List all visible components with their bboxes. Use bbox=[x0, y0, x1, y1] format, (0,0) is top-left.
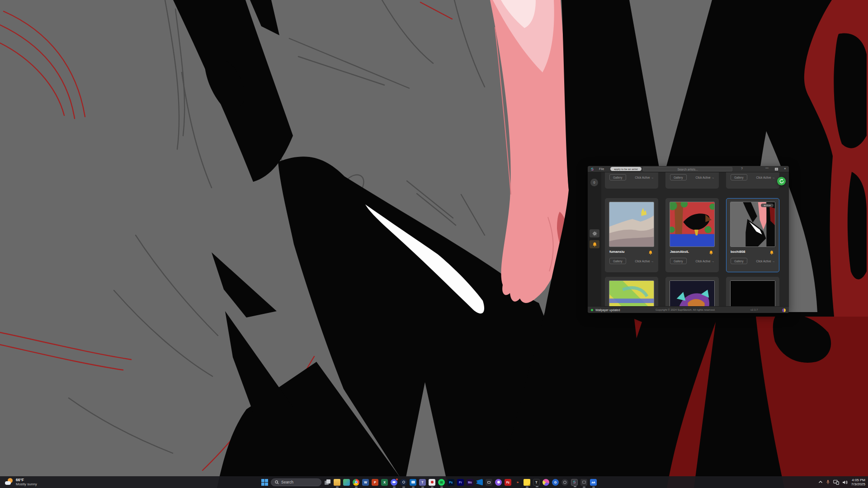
artist-grid: Gallery Click Active → Gallery Click Act… bbox=[601, 172, 789, 306]
taskbar: 66°F Mostly sunny Search W P X T Ps Pr M… bbox=[0, 476, 868, 488]
bell-icon[interactable] bbox=[709, 249, 713, 257]
spotify-icon[interactable] bbox=[438, 479, 445, 486]
click-active-link[interactable]: Click Active → bbox=[756, 176, 775, 179]
window-titlebar[interactable]: S File apply to be an artist Search arti… bbox=[588, 166, 789, 172]
artist-card[interactable]: Gallery Click Active → bbox=[726, 172, 779, 189]
refresh-icon bbox=[779, 179, 784, 184]
artwork-thumbnail bbox=[609, 202, 654, 247]
arrows-app-icon[interactable]: » bbox=[514, 479, 521, 486]
artist-card[interactable] bbox=[665, 277, 719, 306]
copyright-text: Copyright © 2024 SuprSketch. All rights … bbox=[656, 308, 715, 311]
artist-card-jasonaksil[interactable]: JasonAksiL Gallery Click Active → bbox=[665, 198, 719, 272]
bell-icon[interactable] bbox=[769, 249, 774, 257]
capture-app-icon[interactable] bbox=[486, 479, 492, 486]
artist-name: JasonAksiL bbox=[670, 250, 689, 254]
artwork-thumbnail bbox=[670, 202, 715, 247]
tray-time: 4:05 PM bbox=[851, 478, 865, 483]
apply-artist-button[interactable]: apply to be an artist bbox=[610, 167, 641, 171]
tray-clock[interactable]: 4:05 PM 7/3/2025 bbox=[851, 478, 865, 487]
artist-card-fumansiu[interactable]: fumansiu Gallery Click Active → bbox=[605, 198, 658, 272]
click-active-link[interactable]: Click Active → bbox=[695, 260, 714, 263]
weather-temp: 66°F bbox=[16, 478, 37, 482]
file-menu[interactable]: File bbox=[599, 167, 604, 171]
powerpoint-icon[interactable]: P bbox=[372, 479, 378, 486]
task-view-icon[interactable] bbox=[324, 479, 331, 486]
notification-count-badge: 0 bbox=[590, 179, 598, 186]
notification-dot bbox=[396, 478, 398, 481]
artist-name: bochi808 bbox=[731, 250, 745, 254]
chrome-icon[interactable] bbox=[353, 479, 359, 486]
teams-icon[interactable]: T bbox=[419, 479, 426, 486]
taskbar-search[interactable]: Search bbox=[271, 479, 321, 486]
theme-toggle[interactable] bbox=[782, 308, 786, 312]
notifications-button[interactable] bbox=[590, 240, 599, 248]
photos-icon[interactable] bbox=[343, 479, 350, 486]
artist-card[interactable] bbox=[726, 277, 779, 306]
terminal-t-icon[interactable]: T bbox=[533, 479, 540, 486]
sticky-notes-icon[interactable] bbox=[524, 479, 530, 486]
discord-icon[interactable] bbox=[391, 479, 397, 486]
settings-button[interactable] bbox=[590, 229, 599, 237]
outlook-icon[interactable] bbox=[410, 479, 416, 486]
artist-card[interactable]: Gallery Click Active → bbox=[605, 172, 658, 189]
artist-card[interactable]: Gallery Click Active → bbox=[665, 172, 719, 189]
search-artists-input[interactable]: Search artists... bbox=[643, 167, 732, 171]
steam-icon[interactable] bbox=[400, 479, 407, 486]
artist-card-bochi808[interactable]: active bochi808 Gallery Click Active → bbox=[726, 198, 779, 272]
search-icon bbox=[275, 480, 279, 484]
snipping-tool-icon[interactable] bbox=[429, 479, 435, 486]
artist-name: fumansiu bbox=[609, 250, 624, 254]
minimize-button[interactable]: — bbox=[765, 166, 769, 169]
gear-icon bbox=[592, 231, 597, 236]
active-badge: active bbox=[761, 204, 774, 207]
bell-icon[interactable] bbox=[648, 249, 653, 257]
gallery-button[interactable]: Gallery bbox=[609, 258, 626, 264]
clock-app-icon[interactable] bbox=[561, 479, 568, 486]
version-text: v2.3.7 bbox=[750, 308, 758, 311]
media-encoder-icon[interactable]: Me bbox=[467, 479, 473, 486]
tray-chevron-icon[interactable] bbox=[818, 480, 823, 484]
artwork-thumbnail: active bbox=[730, 202, 775, 247]
artwork-thumbnail bbox=[730, 280, 775, 306]
bell-icon bbox=[592, 242, 597, 247]
gog-galaxy-icon[interactable]: G bbox=[552, 479, 559, 486]
artwork-thumbnail bbox=[609, 280, 654, 306]
suprsketch-icon[interactable]: S bbox=[571, 479, 578, 486]
help-button[interactable]: ? bbox=[741, 167, 743, 170]
weather-condition: Mostly sunny bbox=[16, 482, 37, 486]
click-active-link[interactable]: Click Active → bbox=[635, 260, 654, 263]
vscode-icon[interactable] bbox=[476, 479, 483, 486]
premiere-icon[interactable]: Pr bbox=[457, 479, 464, 486]
close-button[interactable]: × bbox=[784, 166, 786, 171]
photoshop-icon[interactable]: Ps bbox=[448, 479, 454, 486]
excel-icon[interactable]: X bbox=[381, 479, 388, 486]
gallery-button[interactable]: Gallery bbox=[670, 174, 687, 180]
filezilla-icon[interactable]: Fz bbox=[505, 479, 511, 486]
gallery-button[interactable]: Gallery bbox=[731, 174, 747, 180]
network-display-icon[interactable] bbox=[833, 480, 839, 485]
word-icon[interactable]: W bbox=[362, 479, 369, 486]
status-message: Wallpaper updated bbox=[595, 308, 620, 312]
tray-date: 7/3/2025 bbox=[851, 482, 865, 487]
speaker-icon[interactable] bbox=[842, 480, 848, 485]
window-sidebar: 0 bbox=[588, 172, 601, 306]
search-label: Search bbox=[281, 480, 293, 484]
github-desktop-icon[interactable] bbox=[495, 479, 502, 486]
paint-app-icon[interactable] bbox=[542, 479, 549, 486]
gallery-button[interactable]: Gallery bbox=[670, 258, 687, 264]
click-active-link[interactable]: Click Active → bbox=[695, 176, 714, 179]
click-active-link[interactable]: Click Active → bbox=[756, 260, 775, 263]
microphone-icon[interactable] bbox=[826, 479, 830, 485]
gallery-button[interactable]: Gallery bbox=[609, 174, 626, 180]
vm-app-icon[interactable] bbox=[580, 479, 587, 486]
artist-card[interactable] bbox=[605, 277, 658, 306]
image-viewer-icon[interactable] bbox=[590, 479, 597, 486]
click-active-link[interactable]: Click Active → bbox=[635, 176, 654, 179]
refresh-button[interactable] bbox=[777, 177, 786, 185]
gallery-button[interactable]: Gallery bbox=[731, 258, 747, 264]
maximize-button[interactable] bbox=[775, 168, 778, 171]
weather-widget[interactable]: 66°F Mostly sunny bbox=[5, 477, 37, 486]
weather-icon bbox=[5, 477, 14, 486]
file-explorer-icon[interactable] bbox=[334, 479, 340, 486]
start-button[interactable] bbox=[261, 479, 268, 486]
